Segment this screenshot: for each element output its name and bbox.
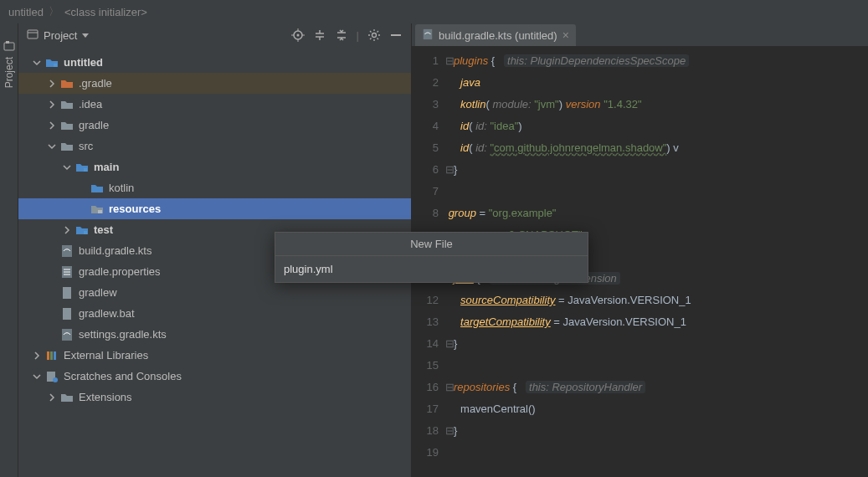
tree-node-scratches[interactable]: Scratches and Consoles <box>18 366 411 387</box>
tree-label: Extensions <box>79 391 132 403</box>
tree-node-kotlin[interactable]: kotlin <box>18 177 411 198</box>
breadcrumb: untitled 〉 <class initializer> <box>0 0 868 23</box>
svg-point-28 <box>53 377 58 382</box>
tree-label: External Libraries <box>64 349 148 362</box>
svg-rect-29 <box>424 28 433 38</box>
expander-blank <box>47 267 57 277</box>
project-view-title[interactable]: Project <box>44 29 77 42</box>
expand-all-icon[interactable] <box>313 28 326 42</box>
file-icon <box>60 286 74 300</box>
expander-closed-icon[interactable] <box>47 100 57 110</box>
tree-node-gradlewbat[interactable]: gradlew.bat <box>18 303 411 324</box>
tree-node-extlibs[interactable]: External Libraries <box>18 345 411 366</box>
tree-label: src <box>79 140 93 152</box>
expander-closed-icon[interactable] <box>62 225 72 235</box>
editor-tab[interactable]: build.gradle.kts (untitled) × <box>415 24 576 46</box>
tree-node-resources[interactable]: resources <box>18 198 411 219</box>
folder-excluded-icon <box>60 77 74 90</box>
editor-tab-bar: build.gradle.kts (untitled) × <box>412 23 868 47</box>
tree-node-src[interactable]: src <box>18 136 411 156</box>
gear-icon[interactable] <box>367 28 381 42</box>
expander-blank <box>77 204 87 214</box>
expander-closed-icon[interactable] <box>32 351 42 361</box>
locate-icon[interactable] <box>291 28 305 42</box>
tree-node-main[interactable]: main <box>18 156 411 177</box>
folder-icon <box>60 119 74 132</box>
tree-label: untitled <box>64 56 103 69</box>
tree-node-root[interactable]: untitled <box>18 52 411 73</box>
breadcrumb-context: <class initializer> <box>64 6 147 18</box>
project-view-icon <box>27 28 39 43</box>
svg-point-5 <box>296 34 299 37</box>
close-icon[interactable]: × <box>562 28 569 42</box>
tool-window-bar: Project <box>0 23 18 477</box>
tree-label: main <box>94 161 119 173</box>
scratches-icon <box>45 370 59 383</box>
resources-folder-icon <box>90 203 104 216</box>
tree-node-extensions[interactable]: Extensions <box>18 387 411 408</box>
gradle-kts-icon <box>60 244 74 258</box>
tree-label: test <box>94 223 113 236</box>
tree-label: settings.gradle.kts <box>79 328 167 341</box>
svg-rect-26 <box>54 351 56 360</box>
tree-label: gradlew <box>79 286 117 299</box>
svg-rect-12 <box>54 64 57 67</box>
svg-rect-22 <box>63 308 71 320</box>
editor-tab-label: build.gradle.kts (untitled) <box>439 29 557 42</box>
project-panel-header: Project | <box>18 23 411 47</box>
expander-open-icon[interactable] <box>47 141 57 151</box>
tree-label: .idea <box>79 98 102 110</box>
separator: | <box>357 29 359 42</box>
gradle-kts-icon <box>60 328 74 341</box>
svg-rect-1 <box>6 41 9 44</box>
tree-label: kotlin <box>109 182 134 194</box>
svg-rect-25 <box>50 351 53 360</box>
expander-blank <box>77 183 87 193</box>
expander-closed-icon[interactable] <box>47 79 57 89</box>
svg-rect-21 <box>63 287 71 299</box>
tree-node-settingsgradle[interactable]: settings.gradle.kts <box>18 324 411 345</box>
dropdown-arrow-icon[interactable] <box>82 33 89 38</box>
properties-icon <box>60 265 74 279</box>
expander-closed-icon[interactable] <box>47 121 57 131</box>
libraries-icon <box>45 349 59 362</box>
tree-label: build.gradle.kts <box>79 244 152 257</box>
hide-icon[interactable] <box>389 28 403 42</box>
folder-icon <box>60 391 74 404</box>
svg-rect-16 <box>62 245 72 257</box>
breadcrumb-project[interactable]: untitled <box>8 6 44 18</box>
expander-blank <box>47 288 57 298</box>
tree-node-gradlew[interactable]: gradlew <box>18 282 411 303</box>
tree-label: Scratches and Consoles <box>64 370 182 382</box>
tree-label: resources <box>109 203 161 215</box>
tree-label: gradle.properties <box>79 265 161 278</box>
svg-rect-24 <box>47 351 49 360</box>
expander-closed-icon[interactable] <box>47 392 57 403</box>
collapse-all-icon[interactable] <box>335 28 348 42</box>
expander-blank <box>47 330 57 340</box>
svg-rect-2 <box>28 30 38 38</box>
expander-blank <box>47 309 57 319</box>
svg-rect-13 <box>84 168 87 172</box>
tree-node-idea[interactable]: .idea <box>18 94 411 115</box>
tree-label: gradle <box>79 119 109 131</box>
tree-label: .gradle <box>79 77 112 90</box>
module-folder-icon <box>75 223 89 237</box>
expander-open-icon[interactable] <box>32 372 42 382</box>
svg-rect-23 <box>62 329 72 341</box>
tree-label: gradlew.bat <box>79 307 135 320</box>
expander-open-icon[interactable] <box>32 58 42 68</box>
project-tool-tab[interactable]: Project <box>3 57 15 88</box>
new-file-input[interactable] <box>275 256 588 282</box>
project-tool-icon[interactable] <box>3 40 15 52</box>
expander-open-icon[interactable] <box>62 162 72 172</box>
tree-node-gradle[interactable]: gradle <box>18 115 411 136</box>
module-folder-icon <box>75 161 89 174</box>
gradle-kts-icon <box>422 28 434 43</box>
svg-rect-14 <box>98 210 102 213</box>
popup-title: New File <box>275 233 588 256</box>
folder-icon <box>60 98 74 111</box>
tree-node-gradle-dir[interactable]: .gradle <box>18 73 411 94</box>
svg-rect-15 <box>84 231 87 234</box>
module-folder-icon <box>45 56 59 69</box>
